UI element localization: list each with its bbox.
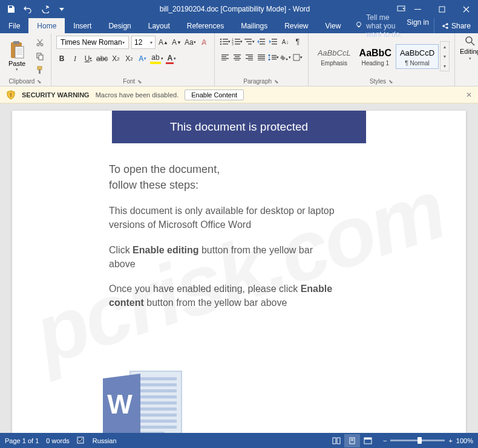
- font-color-icon: A: [166, 54, 174, 64]
- numbering-icon: 123: [232, 38, 240, 45]
- sort-button[interactable]: A↓: [280, 36, 291, 48]
- document-body: To open the document,follow these steps:…: [12, 143, 339, 310]
- eraser-icon: A̷: [201, 38, 206, 47]
- read-mode-button[interactable]: [329, 434, 344, 447]
- highlight-button[interactable]: ab▾: [150, 53, 163, 65]
- format-painter-button[interactable]: [34, 64, 46, 76]
- shield-icon: !: [6, 90, 16, 100]
- subscript-button[interactable]: X2: [110, 53, 121, 65]
- zoom-level[interactable]: 100%: [456, 437, 473, 444]
- undo-icon[interactable]: [21, 2, 35, 16]
- svg-text:W: W: [107, 389, 133, 419]
- decrease-indent-button[interactable]: [256, 36, 267, 48]
- svg-rect-69: [134, 420, 177, 423]
- styles-launcher[interactable]: ⬊: [388, 79, 393, 85]
- svg-rect-63: [134, 383, 177, 386]
- zoom-slider[interactable]: [390, 440, 445, 441]
- align-center-button[interactable]: [232, 51, 243, 63]
- share-icon: [442, 22, 449, 30]
- paste-button[interactable]: Paste ▾: [5, 41, 29, 72]
- zoom-out-button[interactable]: −: [383, 437, 387, 444]
- grow-font-button[interactable]: A▲: [158, 36, 169, 48]
- proofing-icon[interactable]: [77, 436, 85, 446]
- security-msg: Macros have been disabled.: [96, 91, 179, 99]
- bullets-icon: [220, 38, 228, 45]
- font-name-select[interactable]: Times New Roman▾: [56, 36, 129, 49]
- group-styles: AaBbCcL Emphasis AaBbC Heading 1 AaBbCcD…: [309, 33, 455, 86]
- svg-point-57: [286, 59, 287, 60]
- enable-content-button[interactable]: Enable Content: [185, 89, 244, 100]
- numbering-button[interactable]: 123▾: [232, 36, 243, 48]
- font-color-button[interactable]: A▾: [166, 53, 177, 65]
- tab-insert[interactable]: Insert: [65, 18, 100, 33]
- style-emphasis[interactable]: AaBbCcL Emphasis: [313, 44, 355, 69]
- underline-button[interactable]: U▾: [83, 53, 94, 65]
- justify-button[interactable]: [256, 51, 267, 63]
- status-words[interactable]: 0 words: [46, 437, 70, 444]
- bullets-button[interactable]: ▾: [220, 36, 231, 48]
- style-heading1[interactable]: AaBbC Heading 1: [355, 44, 396, 69]
- svg-rect-28: [235, 44, 240, 45]
- zoom-control: − + 100%: [383, 437, 473, 444]
- shrink-font-button[interactable]: A▼: [171, 36, 182, 48]
- tab-file[interactable]: File: [0, 18, 28, 33]
- tab-layout[interactable]: Layout: [140, 18, 178, 33]
- superscript-button[interactable]: X2: [123, 53, 134, 65]
- save-icon[interactable]: [4, 2, 18, 16]
- align-right-button[interactable]: [244, 51, 255, 63]
- minimize-button[interactable]: [405, 0, 430, 18]
- clipboard-launcher[interactable]: ⬊: [37, 79, 42, 85]
- svg-rect-35: [272, 39, 277, 40]
- document-area[interactable]: pcrisk.com This document is protected To…: [0, 103, 478, 433]
- print-layout-button[interactable]: [344, 434, 360, 447]
- show-marks-button[interactable]: ¶: [292, 36, 303, 48]
- copy-button[interactable]: [34, 50, 46, 62]
- cut-button[interactable]: [34, 36, 46, 48]
- font-size-select[interactable]: 12▾: [131, 36, 156, 49]
- paragraph-launcher[interactable]: ⬊: [274, 79, 279, 85]
- change-case-button[interactable]: Aa▾: [185, 36, 196, 48]
- status-page[interactable]: Page 1 of 1: [5, 437, 39, 444]
- align-left-button[interactable]: [220, 51, 231, 63]
- close-button[interactable]: [454, 0, 478, 18]
- borders-button[interactable]: ▾: [292, 51, 303, 63]
- maximize-button[interactable]: [430, 0, 454, 18]
- shading-button[interactable]: ▾: [280, 51, 291, 63]
- tab-view[interactable]: View: [317, 18, 350, 33]
- qat-more-icon[interactable]: [54, 2, 69, 16]
- web-layout-button[interactable]: [360, 434, 376, 447]
- svg-rect-1: [414, 9, 421, 10]
- svg-rect-48: [246, 58, 253, 59]
- strikethrough-button[interactable]: abc: [96, 53, 108, 65]
- ribbon: Paste ▾ Clipboard⬊ Times New Roman▾ 12▾ …: [0, 33, 478, 86]
- status-lang[interactable]: Russian: [93, 437, 117, 444]
- multilevel-button[interactable]: ▾: [244, 36, 255, 48]
- svg-rect-51: [258, 56, 265, 57]
- tab-home[interactable]: Home: [28, 18, 65, 33]
- group-font-label: Font: [123, 78, 135, 85]
- tab-design[interactable]: Design: [100, 18, 139, 33]
- svg-rect-18: [223, 39, 228, 40]
- increase-indent-button[interactable]: [268, 36, 279, 48]
- tab-mailings[interactable]: Mailings: [232, 18, 276, 33]
- bold-button[interactable]: B: [56, 53, 67, 65]
- share-button[interactable]: Share: [434, 18, 478, 33]
- redo-icon[interactable]: [38, 2, 52, 16]
- clear-formatting-button[interactable]: A̷: [198, 36, 209, 48]
- italic-button[interactable]: I: [70, 53, 80, 65]
- style-normal[interactable]: AaBbCcD ¶ Normal: [396, 44, 439, 69]
- font-launcher[interactable]: ⬊: [137, 79, 142, 85]
- signin-link[interactable]: Sign in: [402, 18, 434, 33]
- editing-button[interactable]: Editing ▾: [460, 36, 478, 61]
- svg-rect-39: [221, 56, 226, 57]
- security-close-button[interactable]: ✕: [466, 91, 472, 99]
- line-spacing-button[interactable]: ▾: [268, 51, 279, 63]
- tab-references[interactable]: References: [178, 18, 232, 33]
- text-effects-button[interactable]: A▾: [137, 53, 148, 65]
- styles-more-button[interactable]: ▴▾▾: [440, 41, 450, 71]
- zoom-in-button[interactable]: +: [448, 437, 452, 444]
- tab-review[interactable]: Review: [276, 18, 316, 33]
- align-left-icon: [221, 54, 229, 60]
- svg-rect-77: [351, 439, 353, 440]
- svg-rect-46: [246, 54, 253, 56]
